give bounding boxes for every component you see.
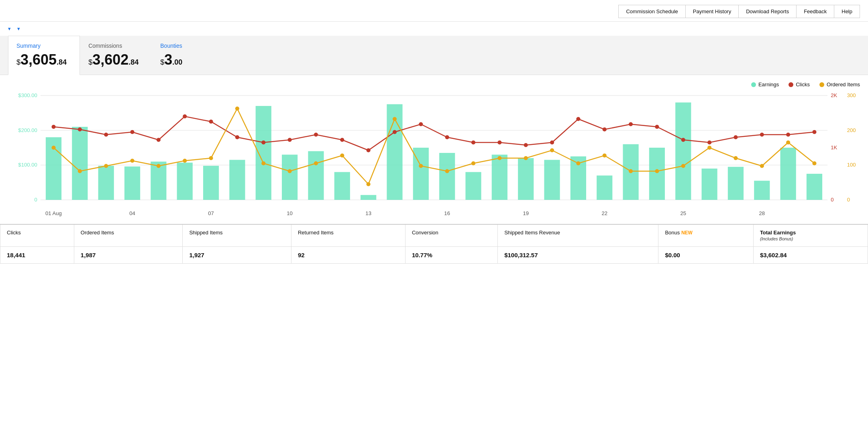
svg-point-69 — [681, 138, 685, 142]
svg-rect-24 — [282, 155, 297, 200]
svg-rect-43 — [780, 148, 796, 200]
svg-point-85 — [314, 161, 318, 165]
svg-text:300: 300 — [847, 92, 856, 98]
svg-point-98 — [655, 169, 659, 173]
svg-text:07: 07 — [208, 210, 214, 216]
legend-item-ordered-items: Ordered Items — [819, 81, 860, 87]
svg-text:2K: 2K — [831, 92, 837, 98]
svg-point-99 — [681, 164, 685, 168]
tab-amount-summary: $ 3,605 .84 — [16, 51, 67, 68]
header-nav: Commission SchedulePayment HistoryDownlo… — [618, 5, 860, 18]
stat-value-shipped-items-revenue: $100,312.57 — [498, 247, 658, 264]
svg-point-68 — [655, 125, 659, 129]
svg-point-48 — [130, 130, 134, 134]
svg-point-86 — [340, 154, 344, 158]
svg-rect-25 — [308, 151, 324, 200]
stat-value-bonus: $0.00 — [658, 247, 753, 264]
svg-point-54 — [288, 138, 292, 142]
svg-rect-21 — [203, 166, 219, 200]
svg-point-61 — [471, 140, 475, 144]
svg-point-94 — [550, 148, 554, 152]
tab-amount-bounties: $ 3 .00 — [160, 51, 195, 68]
svg-point-76 — [78, 169, 82, 173]
svg-point-55 — [314, 133, 318, 137]
stat-header-shipped-items: Shipped Items — [183, 224, 291, 247]
svg-point-67 — [629, 122, 633, 126]
chart-area: EarningsClicksOrdered Items $300.00$200.… — [0, 75, 868, 224]
nav-btn-help[interactable]: Help — [834, 5, 860, 18]
svg-rect-39 — [675, 102, 691, 200]
svg-point-56 — [340, 138, 344, 142]
svg-rect-36 — [597, 175, 612, 200]
stat-header-conversion: Conversion — [405, 224, 497, 247]
svg-point-62 — [497, 140, 501, 144]
svg-point-84 — [288, 169, 292, 173]
svg-point-52 — [235, 135, 239, 139]
svg-text:16: 16 — [444, 210, 450, 216]
svg-text:19: 19 — [523, 210, 529, 216]
svg-rect-27 — [361, 195, 376, 200]
svg-point-91 — [471, 161, 475, 165]
subheader: ▾ ▾ — [0, 22, 868, 36]
svg-text:28: 28 — [759, 210, 765, 216]
tab-summary[interactable]: Summary $ 3,605 .84 — [8, 36, 80, 75]
svg-rect-16 — [72, 127, 88, 200]
svg-rect-22 — [229, 160, 245, 200]
svg-point-80 — [183, 159, 187, 163]
legend-dot — [751, 82, 756, 87]
svg-point-58 — [393, 130, 397, 134]
legend-item-earnings: Earnings — [751, 81, 779, 87]
svg-rect-42 — [754, 181, 770, 200]
subheader-left: ▾ ▾ — [8, 26, 20, 32]
svg-point-100 — [707, 146, 711, 150]
svg-point-103 — [786, 140, 790, 144]
tab-bounties[interactable]: Bounties $ 3 .00 — [152, 36, 208, 75]
svg-text:$300.00: $300.00 — [18, 92, 37, 98]
svg-rect-26 — [334, 172, 350, 200]
nav-btn-payment-history[interactable]: Payment History — [685, 5, 738, 18]
legend-dot — [819, 82, 824, 87]
svg-point-63 — [524, 143, 528, 147]
legend-item-clicks: Clicks — [789, 81, 810, 87]
svg-text:13: 13 — [365, 210, 371, 216]
svg-rect-33 — [518, 158, 534, 200]
svg-point-82 — [235, 107, 239, 111]
svg-point-101 — [734, 156, 738, 160]
svg-point-53 — [261, 140, 265, 144]
legend-dot — [789, 82, 793, 87]
svg-point-90 — [445, 169, 449, 173]
svg-point-64 — [550, 140, 554, 144]
svg-point-47 — [104, 133, 108, 137]
stat-value-clicks: 18,441 — [0, 247, 74, 264]
svg-text:0: 0 — [831, 197, 833, 203]
tracking-id-select[interactable]: ▾ — [17, 26, 20, 32]
svg-text:0: 0 — [847, 197, 850, 203]
svg-point-74 — [812, 130, 816, 134]
tab-label-summary: Summary — [16, 43, 67, 49]
nav-btn-feedback[interactable]: Feedback — [796, 5, 834, 18]
stat-value-returned-items: 92 — [291, 247, 405, 264]
svg-rect-18 — [124, 167, 140, 200]
nav-btn-download-reports[interactable]: Download Reports — [738, 5, 796, 18]
svg-text:04: 04 — [129, 210, 135, 216]
tab-commissions[interactable]: Commissions $ 3,602 .84 — [80, 36, 152, 75]
chart-legend: EarningsClicksOrdered Items — [8, 81, 860, 87]
nav-btn-commission-schedule[interactable]: Commission Schedule — [618, 5, 685, 18]
tab-label-commissions: Commissions — [88, 43, 139, 49]
stat-header-bonus: Bonus NEW — [658, 224, 753, 247]
svg-point-49 — [157, 138, 161, 142]
svg-rect-38 — [649, 148, 665, 200]
svg-point-92 — [497, 156, 501, 160]
svg-rect-20 — [177, 163, 193, 200]
this-month-filter[interactable]: ▾ — [8, 26, 11, 32]
svg-point-72 — [760, 133, 764, 137]
svg-point-66 — [603, 128, 607, 132]
date-range: ▾ — [8, 26, 11, 32]
stat-value-conversion: 10.77% — [405, 247, 497, 264]
svg-rect-40 — [702, 169, 717, 200]
svg-point-87 — [367, 182, 371, 186]
svg-text:100: 100 — [847, 162, 856, 168]
stat-header-clicks: Clicks — [0, 224, 74, 247]
svg-point-65 — [576, 117, 580, 121]
stat-header-shipped-items-revenue: Shipped Items Revenue — [498, 224, 658, 247]
